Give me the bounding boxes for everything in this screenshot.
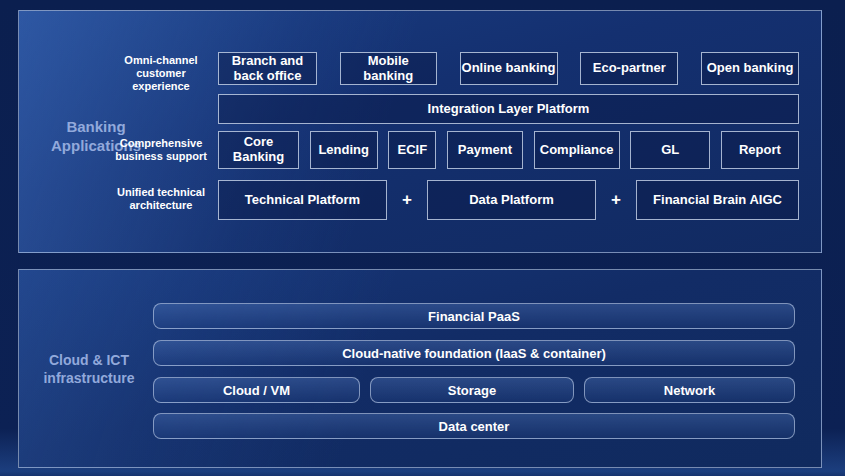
box-mobile-banking: Mobile banking (340, 52, 437, 85)
cloud-ict-title: Cloud & ICT infrastructure (27, 352, 151, 387)
box-cloud-vm: Cloud / VM (153, 377, 360, 403)
box-online-banking: Online banking (460, 52, 558, 85)
row-label-omni-channel: Omni-channel customer experience (81, 54, 241, 93)
box-gl: GL (630, 131, 710, 169)
channel-row: Branch and back office Mobile banking On… (218, 52, 799, 85)
plus-separator: + (402, 190, 412, 210)
infrastructure-row: Cloud / VM Storage Network (153, 377, 795, 403)
box-lending: Lending (310, 131, 378, 169)
box-financial-paas: Financial PaaS (153, 303, 795, 329)
row-label-unified-architecture: Unified technical architecture (81, 186, 241, 212)
box-technical-platform: Technical Platform (218, 180, 387, 220)
box-storage: Storage (370, 377, 574, 403)
banking-applications-panel: Banking Applications Omni-channel custom… (18, 10, 822, 253)
plus-separator: + (611, 190, 621, 210)
box-data-center: Data center (153, 413, 795, 439)
box-core-banking: Core Banking (218, 131, 299, 169)
box-cloud-native-foundation: Cloud-native foundation (IaaS & containe… (153, 340, 795, 366)
box-eco-partner: Eco-partner (580, 52, 678, 85)
box-report: Report (721, 131, 799, 169)
box-financial-brain-aigc: Financial Brain AIGC (636, 180, 799, 220)
box-network: Network (584, 377, 795, 403)
box-open-banking: Open banking (701, 52, 799, 85)
architecture-diagram: Banking Applications Omni-channel custom… (0, 0, 845, 476)
business-support-row: Core Banking Lending ECIF Payment Compli… (218, 131, 799, 169)
box-ecif: ECIF (388, 131, 436, 169)
box-compliance: Compliance (534, 131, 620, 169)
box-integration-layer-platform: Integration Layer Platform (218, 94, 799, 124)
box-branch-back-office: Branch and back office (218, 52, 317, 85)
row-label-business-support: Comprehensive business support (81, 137, 241, 163)
cloud-ict-panel: Cloud & ICT infrastructure Financial Paa… (18, 269, 822, 468)
box-data-platform: Data Platform (427, 180, 596, 220)
platform-row: Technical Platform + Data Platform + Fin… (218, 180, 799, 220)
box-payment: Payment (447, 131, 523, 169)
